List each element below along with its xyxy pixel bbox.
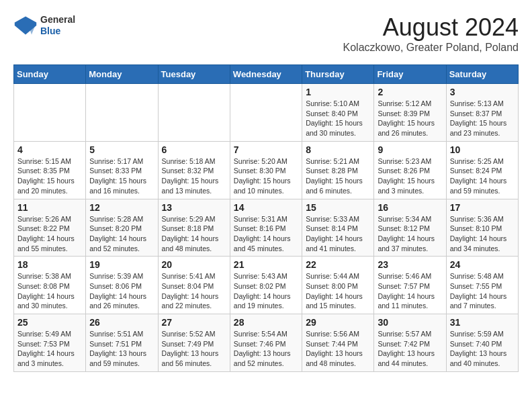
table-row: 9Sunrise: 5:23 AMSunset: 8:26 PMDaylight… <box>374 141 446 199</box>
table-row: 14Sunrise: 5:31 AMSunset: 8:16 PMDayligh… <box>230 199 302 257</box>
calendar-header: SundayMondayTuesdayWednesdayThursdayFrid… <box>14 65 519 84</box>
cell-day-number: 29 <box>306 317 370 328</box>
cell-day-info: Sunrise: 5:13 AMSunset: 8:37 PMDaylight:… <box>450 99 515 138</box>
table-row: 1Sunrise: 5:10 AMSunset: 8:40 PMDaylight… <box>302 84 374 142</box>
cell-day-number: 5 <box>89 144 154 155</box>
day-header-wednesday: Wednesday <box>230 65 302 84</box>
cell-day-number: 8 <box>306 144 370 155</box>
cell-day-info: Sunrise: 5:52 AMSunset: 7:49 PMDaylight:… <box>162 329 226 369</box>
cell-day-number: 18 <box>17 259 82 270</box>
day-header-sunday: Sunday <box>14 65 86 84</box>
cell-day-info: Sunrise: 5:46 AMSunset: 7:57 PMDaylight:… <box>378 271 442 311</box>
table-row: 17Sunrise: 5:36 AMSunset: 8:10 PMDayligh… <box>446 199 518 257</box>
svg-marker-2 <box>15 17 36 35</box>
table-row: 25Sunrise: 5:49 AMSunset: 7:53 PMDayligh… <box>14 314 86 372</box>
table-row: 16Sunrise: 5:34 AMSunset: 8:12 PMDayligh… <box>374 199 446 257</box>
cell-day-info: Sunrise: 5:44 AMSunset: 8:00 PMDaylight:… <box>306 271 370 311</box>
cell-day-info: Sunrise: 5:26 AMSunset: 8:22 PMDaylight:… <box>17 214 82 254</box>
cell-day-number: 22 <box>306 259 370 270</box>
header: General Blue August 2024 Kolaczkowo, Gre… <box>13 13 519 54</box>
cell-day-number: 7 <box>234 144 298 155</box>
cell-day-number: 10 <box>450 144 515 155</box>
cell-day-number: 28 <box>234 317 298 328</box>
cell-day-info: Sunrise: 5:41 AMSunset: 8:04 PMDaylight:… <box>162 271 226 311</box>
cell-day-info: Sunrise: 5:34 AMSunset: 8:12 PMDaylight:… <box>378 214 442 254</box>
table-row: 24Sunrise: 5:48 AMSunset: 7:55 PMDayligh… <box>446 257 518 314</box>
table-row: 26Sunrise: 5:51 AMSunset: 7:51 PMDayligh… <box>86 314 158 372</box>
day-header-row: SundayMondayTuesdayWednesdayThursdayFrid… <box>14 65 519 84</box>
table-row: 5Sunrise: 5:17 AMSunset: 8:33 PMDaylight… <box>86 141 158 199</box>
table-row: 27Sunrise: 5:52 AMSunset: 7:49 PMDayligh… <box>158 314 230 372</box>
cell-day-info: Sunrise: 5:10 AMSunset: 8:40 PMDaylight:… <box>306 99 370 138</box>
cell-day-info: Sunrise: 5:12 AMSunset: 8:39 PMDaylight:… <box>378 99 442 138</box>
cell-day-info: Sunrise: 5:21 AMSunset: 8:28 PMDaylight:… <box>306 156 370 196</box>
table-row: 19Sunrise: 5:39 AMSunset: 8:06 PMDayligh… <box>86 257 158 314</box>
cell-day-number: 9 <box>378 144 442 155</box>
cell-day-number: 4 <box>17 144 82 155</box>
calendar-week-row: 1Sunrise: 5:10 AMSunset: 8:40 PMDaylight… <box>14 84 519 142</box>
cell-day-number: 13 <box>162 202 226 213</box>
logo-general: General <box>40 14 75 26</box>
calendar-week-row: 25Sunrise: 5:49 AMSunset: 7:53 PMDayligh… <box>14 314 519 372</box>
cell-day-number: 11 <box>17 202 82 213</box>
cell-day-info: Sunrise: 5:48 AMSunset: 7:55 PMDaylight:… <box>450 271 515 311</box>
logo-text: General Blue <box>40 14 75 37</box>
calendar-body: 1Sunrise: 5:10 AMSunset: 8:40 PMDaylight… <box>14 84 519 372</box>
cell-day-number: 3 <box>450 87 515 97</box>
calendar-week-row: 4Sunrise: 5:15 AMSunset: 8:35 PMDaylight… <box>14 141 519 199</box>
cell-day-number: 2 <box>378 87 442 97</box>
table-row <box>86 84 158 142</box>
logo-icon <box>13 13 38 38</box>
table-row: 21Sunrise: 5:43 AMSunset: 8:02 PMDayligh… <box>230 257 302 314</box>
table-row: 18Sunrise: 5:38 AMSunset: 8:08 PMDayligh… <box>14 257 86 314</box>
cell-day-info: Sunrise: 5:38 AMSunset: 8:08 PMDaylight:… <box>17 271 82 311</box>
cell-day-number: 21 <box>234 259 298 270</box>
cell-day-info: Sunrise: 5:29 AMSunset: 8:18 PMDaylight:… <box>162 214 226 254</box>
table-row: 31Sunrise: 5:59 AMSunset: 7:40 PMDayligh… <box>446 314 518 372</box>
cell-day-info: Sunrise: 5:57 AMSunset: 7:42 PMDaylight:… <box>378 329 442 369</box>
cell-day-number: 26 <box>89 317 154 328</box>
table-row: 6Sunrise: 5:18 AMSunset: 8:32 PMDaylight… <box>158 141 230 199</box>
calendar-title: August 2024 <box>343 13 519 42</box>
table-row: 7Sunrise: 5:20 AMSunset: 8:30 PMDaylight… <box>230 141 302 199</box>
cell-day-number: 15 <box>306 202 370 213</box>
table-row: 2Sunrise: 5:12 AMSunset: 8:39 PMDaylight… <box>374 84 446 142</box>
cell-day-number: 24 <box>450 259 515 270</box>
table-row: 28Sunrise: 5:54 AMSunset: 7:46 PMDayligh… <box>230 314 302 372</box>
cell-day-number: 23 <box>378 259 442 270</box>
cell-day-info: Sunrise: 5:54 AMSunset: 7:46 PMDaylight:… <box>234 329 298 369</box>
table-row: 29Sunrise: 5:56 AMSunset: 7:44 PMDayligh… <box>302 314 374 372</box>
cell-day-number: 16 <box>378 202 442 213</box>
cell-day-info: Sunrise: 5:49 AMSunset: 7:53 PMDaylight:… <box>17 329 82 369</box>
cell-day-info: Sunrise: 5:23 AMSunset: 8:26 PMDaylight:… <box>378 156 442 196</box>
cell-day-number: 1 <box>306 87 370 97</box>
cell-day-number: 19 <box>89 259 154 270</box>
table-row: 12Sunrise: 5:28 AMSunset: 8:20 PMDayligh… <box>86 199 158 257</box>
table-row <box>230 84 302 142</box>
cell-day-info: Sunrise: 5:43 AMSunset: 8:02 PMDaylight:… <box>234 271 298 311</box>
table-row: 10Sunrise: 5:25 AMSunset: 8:24 PMDayligh… <box>446 141 518 199</box>
calendar-week-row: 18Sunrise: 5:38 AMSunset: 8:08 PMDayligh… <box>14 257 519 314</box>
cell-day-info: Sunrise: 5:56 AMSunset: 7:44 PMDaylight:… <box>306 329 370 369</box>
cell-day-number: 25 <box>17 317 82 328</box>
table-row: 20Sunrise: 5:41 AMSunset: 8:04 PMDayligh… <box>158 257 230 314</box>
title-section: August 2024 Kolaczkowo, Greater Poland, … <box>343 13 519 54</box>
day-header-friday: Friday <box>374 65 446 84</box>
table-row: 4Sunrise: 5:15 AMSunset: 8:35 PMDaylight… <box>14 141 86 199</box>
table-row <box>158 84 230 142</box>
cell-day-info: Sunrise: 5:59 AMSunset: 7:40 PMDaylight:… <box>450 329 515 369</box>
calendar-week-row: 11Sunrise: 5:26 AMSunset: 8:22 PMDayligh… <box>14 199 519 257</box>
cell-day-number: 30 <box>378 317 442 328</box>
logo: General Blue <box>13 13 75 38</box>
day-header-saturday: Saturday <box>446 65 518 84</box>
table-row: 30Sunrise: 5:57 AMSunset: 7:42 PMDayligh… <box>374 314 446 372</box>
table-row: 13Sunrise: 5:29 AMSunset: 8:18 PMDayligh… <box>158 199 230 257</box>
calendar-subtitle: Kolaczkowo, Greater Poland, Poland <box>343 42 519 54</box>
table-row <box>14 84 86 142</box>
cell-day-number: 27 <box>162 317 226 328</box>
cell-day-info: Sunrise: 5:17 AMSunset: 8:33 PMDaylight:… <box>89 156 154 196</box>
cell-day-number: 20 <box>162 259 226 270</box>
cell-day-info: Sunrise: 5:20 AMSunset: 8:30 PMDaylight:… <box>234 156 298 196</box>
cell-day-number: 12 <box>89 202 154 213</box>
cell-day-number: 6 <box>162 144 226 155</box>
